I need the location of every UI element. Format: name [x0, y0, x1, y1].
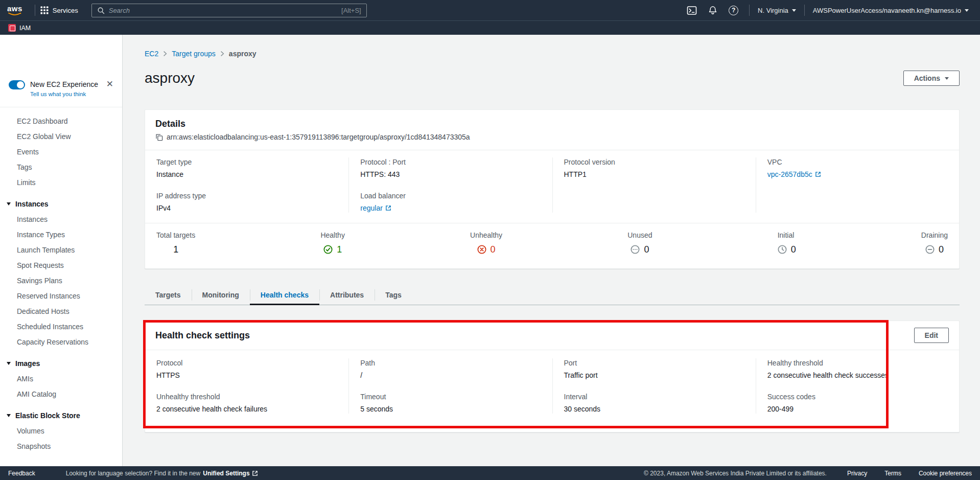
cookie-preferences-link[interactable]: Cookie preferences: [919, 470, 972, 477]
breadcrumb-target-groups[interactable]: Target groups: [172, 49, 216, 59]
tell-us-what-you-think-link[interactable]: Tell us what you think: [30, 91, 86, 97]
actions-button[interactable]: Actions: [903, 71, 960, 86]
field-value: Instance: [156, 170, 337, 179]
sidebar-item-reserved-instances[interactable]: Reserved Instances: [0, 288, 122, 304]
breadcrumb-ec2[interactable]: EC2: [145, 49, 158, 59]
sidebar-item-tags[interactable]: Tags: [0, 159, 122, 175]
sidebar-item-ami-catalog[interactable]: AMI Catalog: [0, 386, 122, 402]
iam-icon: [8, 24, 16, 32]
top-navigation-bar: aws Services [Alt+S] ? N.: [0, 0, 980, 20]
field-value: HTTP1: [564, 170, 744, 179]
field-value: Traffic port: [564, 371, 744, 380]
sidebar-item-ec2-global-view[interactable]: EC2 Global View: [0, 129, 122, 144]
tab-tags[interactable]: Tags: [375, 284, 412, 305]
cloudshell-terminal-icon: [687, 6, 697, 15]
field-value: 30 seconds: [564, 404, 744, 414]
language-selection-note: Looking for language selection? Find it …: [66, 470, 258, 477]
counter-healthy: Healthy 1: [320, 231, 344, 255]
tab-targets[interactable]: Targets: [145, 284, 192, 305]
sidebar-item-limits[interactable]: Limits: [0, 175, 122, 190]
unified-settings-link[interactable]: Unified Settings: [203, 470, 258, 477]
sidebar-item-savings-plans[interactable]: Savings Plans: [0, 273, 122, 288]
sidebar-section-elastic-block-store[interactable]: Elastic Block Store: [0, 408, 122, 423]
copy-icon: [155, 133, 163, 141]
region-label: N. Virginia: [758, 7, 788, 14]
sidebar-item-dedicated-hosts[interactable]: Dedicated Hosts: [0, 304, 122, 319]
sidebar-item-amis[interactable]: AMIs: [0, 371, 122, 386]
favorites-bar: IAM: [0, 20, 980, 35]
copy-arn-button[interactable]: [155, 133, 163, 141]
tab-health-checks[interactable]: Health checks: [250, 284, 319, 305]
feedback-link[interactable]: Feedback: [8, 470, 35, 477]
cloudshell-button[interactable]: [687, 6, 697, 15]
chevron-down-icon: [7, 414, 11, 417]
target-summary-row: Total targets 1 Healthy 1 Unhealthy 0 Un…: [145, 223, 959, 268]
account-menu[interactable]: AWSPowerUserAccess/navaneeth.kn@harness.…: [813, 7, 969, 14]
iam-label: IAM: [19, 25, 31, 32]
ellipsis-circle-icon: [631, 245, 640, 254]
field-label: VPC: [767, 157, 948, 167]
divider: [749, 5, 750, 16]
sidebar-section-images[interactable]: Images: [0, 356, 122, 371]
sidebar-item-ec2-dashboard[interactable]: EC2 Dashboard: [0, 113, 122, 129]
sidebar-item-events[interactable]: Events: [0, 144, 122, 159]
new-experience-toggle[interactable]: [9, 80, 25, 89]
details-card: Details arn:aws:elasticloadbalancing:us-…: [145, 109, 960, 269]
close-icon[interactable]: ✕: [105, 80, 115, 89]
sidebar-item-instances[interactable]: Instances: [0, 212, 122, 227]
field-label: Healthy threshold: [767, 358, 948, 368]
sidebar-item-snapshots[interactable]: Snapshots: [0, 439, 122, 454]
services-menu-button[interactable]: Services: [40, 6, 78, 14]
sidebar-item-spot-requests[interactable]: Spot Requests: [0, 258, 122, 273]
field-value: HTTPS: 443: [360, 170, 541, 179]
field-label: IP address type: [156, 191, 337, 200]
sidebar-item-capacity-reservations[interactable]: Capacity Reservations: [0, 334, 122, 350]
chevron-down-icon: [792, 9, 796, 12]
edit-button[interactable]: Edit: [914, 328, 949, 343]
privacy-link[interactable]: Privacy: [847, 470, 867, 477]
main-content: EC2 Target groups asproxy asproxy Action…: [123, 35, 980, 466]
sidebar-section-instances[interactable]: Instances: [0, 196, 122, 212]
external-link-icon: [815, 171, 821, 177]
bell-icon: [708, 6, 717, 15]
field-label: Target type: [156, 157, 337, 167]
sidebar-item-instance-types[interactable]: Instance Types: [0, 227, 122, 242]
search-input[interactable]: [109, 7, 337, 14]
x-circle-icon: [477, 245, 486, 254]
new-ec2-experience-block: New EC2 Experience Tell us what you thin…: [0, 80, 122, 98]
favorite-iam-link[interactable]: IAM: [8, 24, 31, 32]
terms-link[interactable]: Terms: [884, 470, 901, 477]
notifications-button[interactable]: [708, 6, 717, 15]
chevron-down-icon: [7, 202, 11, 205]
tab-attributes[interactable]: Attributes: [319, 284, 375, 305]
services-label: Services: [53, 7, 78, 14]
help-icon: ?: [729, 6, 738, 15]
divider: [804, 5, 805, 16]
aws-logo[interactable]: aws: [7, 5, 22, 16]
field-label: Interval: [564, 392, 744, 401]
counter-total-targets: Total targets 1: [156, 231, 195, 255]
load-balancer-link[interactable]: regular: [360, 203, 391, 213]
vpc-link[interactable]: vpc-2657db5c: [767, 170, 821, 179]
field-label: Success codes: [767, 392, 948, 401]
region-selector[interactable]: N. Virginia: [758, 7, 796, 14]
health-check-settings-card: Health check settings Edit ProtocolHTTPS…: [145, 321, 960, 432]
sidebar-nav: EC2 Dashboard EC2 Global View Events Tag…: [0, 107, 122, 454]
field-value: /: [360, 371, 541, 380]
tab-monitoring[interactable]: Monitoring: [192, 284, 250, 305]
field-value: IPv4: [156, 203, 337, 213]
target-group-arn: arn:aws:elasticloadbalancing:us-east-1:3…: [167, 132, 470, 142]
external-link-icon: [385, 205, 391, 211]
sidebar-item-volumes[interactable]: Volumes: [0, 423, 122, 439]
sidebar-item-scheduled-instances[interactable]: Scheduled Instances: [0, 319, 122, 334]
health-check-settings-title: Health check settings: [155, 330, 250, 341]
sidebar-item-launch-templates[interactable]: Launch Templates: [0, 242, 122, 258]
breadcrumb-current: asproxy: [229, 49, 256, 59]
global-search-box[interactable]: [Alt+S]: [91, 4, 367, 17]
health-check-grid: ProtocolHTTPS Unhealthy threshold2 conse…: [145, 350, 959, 432]
field-label: Port: [564, 358, 744, 368]
services-grid-icon: [40, 6, 49, 14]
page-title: asproxy: [145, 69, 195, 87]
help-button[interactable]: ?: [729, 6, 738, 15]
field-value: 200-499: [767, 404, 948, 414]
